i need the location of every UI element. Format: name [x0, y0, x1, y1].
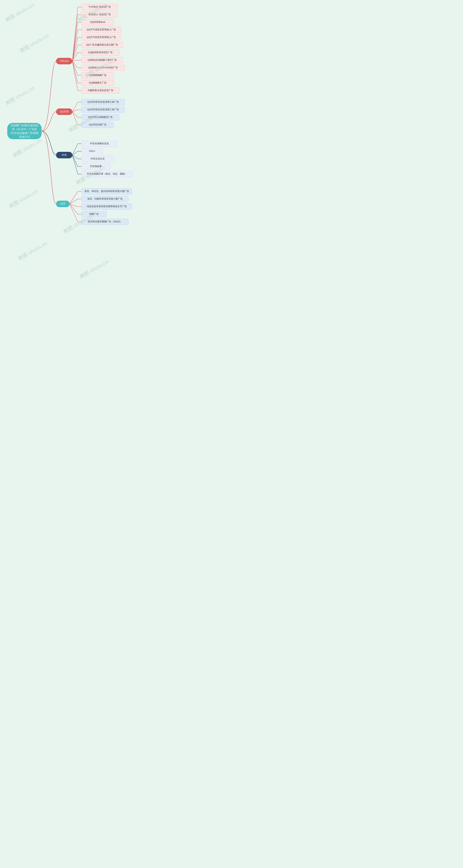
svg-line-26 [73, 110, 78, 112]
svg-line-16 [73, 61, 78, 68]
connections-svg [0, 0, 148, 278]
leaf-douyin-2: DOU+ [81, 148, 103, 154]
svg-line-38 [73, 155, 78, 166]
svg-line-14 [73, 60, 78, 61]
svg-line-8 [73, 37, 78, 61]
leaf-qq-1: "今日热点"信息流广告 [81, 4, 118, 10]
svg-line-2 [73, 14, 78, 61]
svg-line-24 [73, 102, 78, 112]
watermark-9: 树图 shutu.cn [8, 187, 39, 210]
watermark-1: 树图 shutu.cn [4, 1, 36, 24]
svg-line-34 [73, 151, 78, 155]
leaf-qq-12: 兴趣部落文底信息流广告 [81, 88, 119, 94]
watermark-3: 树图 shutu.cn [19, 32, 50, 54]
svg-line-20 [73, 61, 78, 83]
leaf-zhihu-4: 组图广告 [81, 211, 107, 217]
leaf-qq-2: "附近的人"信息流广告 [81, 11, 118, 18]
branch-mobile-qq: 手机QQ [56, 58, 73, 64]
leaf-zhihu-1: 首页、评论页、提问页和回答页面大图广告 [81, 188, 132, 194]
leaf-douyin-1: 抖音短视频信息流 [81, 141, 118, 147]
svg-line-6 [73, 30, 78, 61]
leaf-zhihu-5: 首页和问题页视频广告（30s内） [81, 219, 128, 225]
branch-zhihu: 知乎 [56, 200, 69, 207]
svg-line-28 [73, 112, 78, 117]
leaf-douyin-4: 抖音挑战赛 [81, 163, 110, 169]
leaf-qq-5: QQ天气内容页背景植入广告 [81, 34, 121, 40]
leaf-space-3: QQ空间沉浸视频流广告 [81, 114, 119, 120]
watermark-5: 树图 shutu.cn [4, 85, 36, 107]
leaf-zhihu-2: 首页、问题页和回答页面小图广告 [81, 196, 128, 202]
root-node: 互联网广告形式-移动应用（IN APP）广告形式-社会化媒体广告营销其他方式 [7, 123, 41, 139]
svg-line-18 [73, 61, 78, 75]
leaf-space-4: QQ空间闪屏广告 [81, 122, 114, 128]
svg-line-0 [73, 7, 78, 61]
mind-map: 树图 shutu.cn 树图 shutu.cn 树图 shutu.cn 树图 s… [0, 0, 148, 278]
leaf-space-1: QQ空间首页信息流第七条广告 [81, 99, 125, 105]
leaf-qq-7: QQ破洞星球内容页广告 [81, 50, 119, 56]
svg-line-40 [73, 155, 78, 174]
leaf-qq-4: QQ天气消息页背景植入广告 [81, 27, 121, 33]
svg-line-46 [69, 204, 78, 207]
svg-line-32 [73, 144, 78, 155]
svg-line-10 [73, 45, 78, 61]
leaf-qq-9: QQ钱包公众号Push消息广告 [81, 65, 125, 71]
leaf-qq-11: QQ购物图文广告 [81, 80, 114, 86]
watermark-7: 树图 shutu.cn [11, 137, 43, 159]
leaf-qq-8: QQ钱包交易提醒小尾巴广告 [81, 57, 123, 63]
svg-line-48 [69, 204, 78, 214]
svg-line-36 [73, 155, 78, 159]
leaf-douyin-5: 抖音短视频开屏（静态、动态、视频） [81, 171, 132, 177]
svg-line-12 [73, 53, 78, 61]
watermark-12: 树图 shutu.cn [78, 258, 110, 278]
svg-line-44 [69, 199, 78, 204]
leaf-qq-6: QQ广告兴趣部落文底大图广告 [81, 42, 123, 48]
branch-qq-space: QQ空间 [56, 108, 73, 115]
svg-line-30 [73, 112, 78, 125]
svg-line-42 [69, 191, 78, 204]
leaf-space-2: QQ空间首页信息流第三条广告 [81, 107, 125, 113]
watermark-11: 树图 shutu.cn [17, 240, 49, 262]
branch-douyin: 抖音 [56, 152, 73, 158]
leaf-zhihu-3: 信息流首页和回答页推荐阅读文字广告 [81, 204, 132, 210]
svg-line-22 [73, 61, 78, 91]
leaf-douyin-3: 抖音企业认证 [81, 156, 114, 162]
leaf-qq-10: QQ购物视频广告 [81, 72, 114, 79]
svg-line-50 [69, 204, 78, 222]
leaf-qq-3: QQ浏览器feed [81, 19, 114, 25]
svg-line-4 [73, 22, 78, 61]
